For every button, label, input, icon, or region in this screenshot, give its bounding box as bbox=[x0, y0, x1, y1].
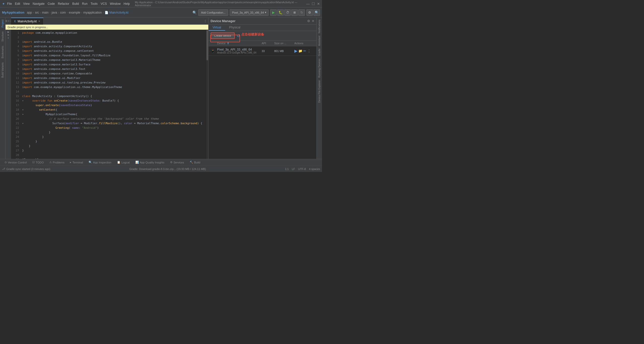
logcat-icon: 📋 bbox=[117, 161, 120, 164]
search-icon[interactable]: 🔍 bbox=[192, 11, 197, 15]
bottom-tab-logcat[interactable]: 📋 Logcat bbox=[114, 160, 132, 165]
add-configuration-button[interactable]: Add Configuration... bbox=[198, 9, 228, 16]
bottom-tab-problems[interactable]: ⚠ Problems bbox=[47, 160, 67, 165]
editor-tabs: ⚙ ≡ ↕ K MainActivity.kt ✕ ⋮ bbox=[6, 18, 208, 25]
status-center-text: Gradle: Download gradle-8.0-bin.zip... (… bbox=[129, 167, 206, 170]
menu-navigate[interactable]: Navigate bbox=[33, 2, 45, 6]
dm-close-icon[interactable]: ✕ bbox=[312, 19, 314, 23]
gutter-icon-2[interactable]: ⊕ bbox=[7, 34, 9, 36]
menu-tools[interactable]: Tools bbox=[91, 2, 98, 6]
sidebar-device-file-explorer[interactable]: Device File Explorer bbox=[317, 79, 321, 104]
device-row[interactable]: 📱 Pixel_3a_API_33_x86_64 Android 13.0 Go… bbox=[209, 46, 316, 56]
sort-icon[interactable]: ⬆ bbox=[227, 42, 229, 45]
sidebar-item-bookmarks[interactable]: Bookmarks bbox=[1, 45, 5, 59]
app-icon: ✦ bbox=[2, 2, 5, 6]
device-name: Pixel_3a_API_33_x86_64 bbox=[232, 11, 264, 14]
breadcrumb-example: example bbox=[69, 11, 80, 14]
code-content[interactable]: package com.example.myapplication import… bbox=[21, 30, 206, 159]
settings-icon[interactable]: ⚙ bbox=[306, 9, 313, 16]
status-left-text: Gradle sync started (3 minutes ago) bbox=[6, 167, 50, 170]
app-name-label: MyApplication bbox=[2, 11, 24, 14]
tab-close-icon[interactable]: ✕ bbox=[38, 20, 40, 23]
breadcrumb: app › src › main › java › com › example … bbox=[27, 11, 129, 14]
vertical-scrollbar[interactable] bbox=[206, 30, 208, 159]
device-manager-tabs[interactable]: Virtual Physical bbox=[209, 25, 316, 31]
tab-physical[interactable]: Physical bbox=[225, 25, 245, 31]
sidebar-assistant[interactable]: Assistant bbox=[317, 35, 321, 47]
bottom-tab-app-quality-insights[interactable]: 📊 App Quality Insights bbox=[133, 160, 167, 165]
git-icon: ⎇ bbox=[2, 167, 5, 170]
sidebar-item-build-variants[interactable]: Build Variants bbox=[1, 61, 5, 79]
minimize-button[interactable]: — bbox=[306, 2, 310, 6]
gutter-icon-3[interactable]: ≡ bbox=[8, 37, 9, 39]
device-refresh-icon[interactable]: ↺ bbox=[237, 33, 240, 38]
tab-collapse-icon[interactable]: ≡ bbox=[8, 20, 10, 22]
device-name: Pixel_3a_API_33_x86_64 bbox=[217, 48, 262, 51]
app-quality-insights-icon: 📊 bbox=[135, 161, 139, 164]
chevron-down-icon: ▾ bbox=[265, 11, 266, 14]
code-editor[interactable]: ▶ ⊕ ≡ 12345 678910 1112131415 1617181920… bbox=[6, 30, 208, 159]
sidebar-notifications[interactable]: Notifications bbox=[317, 19, 321, 34]
status-line-col: 1:1 bbox=[285, 167, 289, 170]
menu-code[interactable]: Code bbox=[48, 2, 55, 6]
menu-build[interactable]: Build bbox=[72, 2, 79, 6]
close-button[interactable]: ✕ bbox=[317, 2, 320, 6]
bottom-tab-build[interactable]: 🔨 Build bbox=[187, 160, 203, 165]
sidebar-item-project[interactable]: Project bbox=[1, 19, 5, 28]
menu-refactor[interactable]: Refactor bbox=[58, 2, 69, 6]
sidebar-running-devices[interactable]: Running Devices bbox=[317, 58, 321, 79]
device-run-button[interactable]: ▶ bbox=[294, 49, 297, 53]
menu-help[interactable]: Help bbox=[124, 2, 130, 6]
window-controls[interactable]: — ☐ ✕ bbox=[306, 2, 320, 6]
device-size: 801 MB bbox=[274, 50, 294, 53]
device-list-headers: Device ⬆ API Size on ... Actions bbox=[209, 41, 316, 46]
breadcrumb-src: src bbox=[35, 11, 39, 14]
create-device-annotation: 点击创建新设备 bbox=[241, 32, 264, 37]
build-icon: 🔨 bbox=[190, 161, 193, 164]
device-manager-create-toolbar: Create device ↺ 点击创建新设备 bbox=[209, 31, 316, 41]
bottom-tab-terminal[interactable]: ▸ Terminal bbox=[67, 160, 86, 165]
debug-button[interactable]: 🐛 bbox=[277, 9, 284, 16]
menu-window[interactable]: Window bbox=[110, 2, 121, 6]
bottom-toolbar: ⊙ Version Control ☑ TODO ⚠ Problems ▸ Te… bbox=[0, 159, 322, 165]
device-folder-button[interactable]: 📁 bbox=[298, 49, 302, 53]
create-device-button[interactable]: Create device bbox=[211, 32, 235, 39]
bottom-tab-app-inspection[interactable]: 🔍 App Inspection bbox=[86, 160, 114, 165]
profile-button[interactable]: ⏱ bbox=[284, 9, 291, 16]
device-selector[interactable]: Pixel_3a_API_33_x86_64 ▾ bbox=[230, 9, 269, 16]
menu-edit[interactable]: Edit bbox=[15, 2, 20, 6]
status-bar: ⎇ Gradle sync started (3 minutes ago) Gr… bbox=[0, 165, 322, 172]
more-tabs-icon[interactable]: ⋮ bbox=[202, 19, 208, 23]
menu-view[interactable]: View bbox=[23, 2, 30, 6]
col-header-size: Size on ... bbox=[274, 42, 294, 45]
breadcrumb-app: app bbox=[27, 11, 32, 14]
dm-settings-icon[interactable]: ⚙ bbox=[307, 19, 310, 23]
device-actions[interactable]: ▶ 📁 ✏ ⋮ bbox=[294, 49, 314, 53]
col-header-device: Device ⬆ bbox=[217, 42, 262, 45]
bottom-tab-version-control[interactable]: ⊙ Version Control bbox=[2, 160, 29, 165]
device-manager-toolbar-icons[interactable]: ⚙ ✕ bbox=[307, 19, 314, 23]
bottom-tab-services[interactable]: ⚙ Services bbox=[168, 160, 187, 165]
menu-run[interactable]: Run bbox=[82, 2, 88, 6]
menu-bar[interactable]: File Edit View Navigate Code Refactor Bu… bbox=[7, 2, 130, 6]
run-button[interactable]: ▶ bbox=[270, 9, 277, 16]
maximize-button[interactable]: ☐ bbox=[312, 2, 315, 6]
device-edit-button[interactable]: ✏ bbox=[303, 49, 306, 53]
menu-file[interactable]: File bbox=[7, 2, 12, 6]
sidebar-item-structure[interactable]: Structure bbox=[1, 30, 5, 43]
sync-button[interactable]: ↻ bbox=[298, 9, 305, 16]
search-everywhere-icon[interactable]: 🔍 bbox=[313, 9, 320, 16]
tab-mainactivity[interactable]: K MainActivity.kt ✕ bbox=[11, 18, 44, 25]
stop-button[interactable]: ⏹ bbox=[291, 9, 298, 16]
device-info: Pixel_3a_API_33_x86_64 Android 13.0 Goog… bbox=[217, 48, 262, 54]
line-numbers: 12345 678910 1112131415 1617181920 21222… bbox=[11, 30, 21, 159]
status-encoding: UTF-8 bbox=[298, 167, 306, 170]
tab-virtual[interactable]: Virtual bbox=[209, 25, 225, 31]
bottom-tab-todo[interactable]: ☑ TODO bbox=[30, 160, 46, 165]
menu-vcs[interactable]: VCS bbox=[101, 2, 107, 6]
breadcrumb-main: main bbox=[42, 11, 49, 14]
tab-settings-icon[interactable]: ⚙ bbox=[5, 20, 8, 22]
device-more-button[interactable]: ⋮ bbox=[307, 49, 311, 53]
sidebar-gradle[interactable]: Gradle bbox=[317, 48, 321, 57]
gutter-icon-1[interactable]: ▶ bbox=[8, 31, 9, 33]
